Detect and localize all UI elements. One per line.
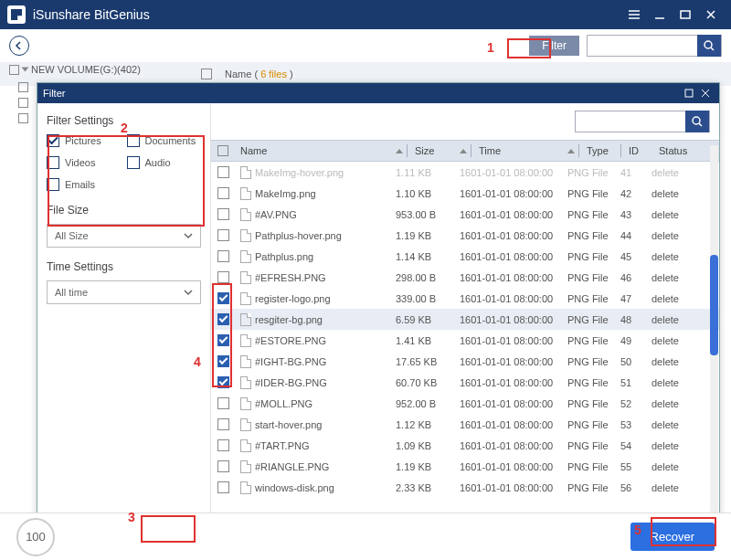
checkbox-icon[interactable] [127,134,140,147]
filesize-heading: File Size [47,204,201,217]
file-status: delete [646,272,692,283]
scrollbar-thumb[interactable] [710,255,718,355]
row-checkbox[interactable] [217,355,229,367]
table-row[interactable]: #EFRESH.PNG298.00 B1601-01-01 08:00:00PN… [211,267,719,288]
file-id: 51 [615,377,646,388]
modal-close-button[interactable] [697,89,714,98]
file-id: 56 [615,482,646,493]
row-checkbox[interactable] [217,250,229,262]
row-checkbox[interactable] [217,376,229,388]
row-checkbox[interactable] [217,481,229,493]
menu-icon[interactable] [621,5,647,25]
scrollbar[interactable] [710,145,718,514]
maximize-button[interactable] [673,5,698,25]
file-icon [240,292,251,305]
tree-checkbox[interactable] [18,82,28,92]
row-checkbox[interactable] [217,187,229,199]
row-checkbox[interactable] [217,439,229,451]
file-id: 50 [615,356,646,367]
tree-volume-row[interactable]: NEW VOLUME(G:)(402) [9,64,141,75]
expand-icon[interactable] [22,68,29,72]
recover-button[interactable]: Recover [630,523,715,551]
search-icon[interactable] [697,35,721,57]
checkbox-icon[interactable] [127,156,140,169]
row-checkbox[interactable] [217,229,229,241]
filter-type-documents[interactable]: Documents [127,134,202,147]
table-row[interactable]: resgiter-bg.png6.59 KB1601-01-01 08:00:0… [211,309,719,330]
filter-type-audio[interactable]: Audio [127,156,202,169]
time-select[interactable]: All time [47,280,201,304]
search-icon[interactable] [685,111,709,132]
close-button[interactable] [698,5,724,25]
file-status: delete [646,209,692,220]
table-row[interactable]: start-hover.png1.12 KB1601-01-01 08:00:0… [211,414,719,435]
table-row[interactable]: register-logo.png339.00 B1601-01-01 08:0… [211,288,719,309]
file-time: 1601-01-01 08:00:00 [454,440,562,451]
file-rows: MakeImg-hover.png1.11 KB1601-01-01 08:00… [211,162,719,547]
filter-settings-heading: Filter Settings [47,114,201,127]
back-button[interactable] [9,36,29,56]
file-icon [240,187,251,200]
filter-type-group: Pictures Documents Videos Audio Emails [47,134,201,191]
modal-search-input[interactable] [576,115,685,128]
table-row[interactable]: Pathplus.png1.14 KB1601-01-01 08:00:00PN… [211,246,719,267]
row-checkbox[interactable] [217,271,229,283]
row-checkbox[interactable] [217,166,229,178]
row-checkbox[interactable] [217,397,229,409]
table-row[interactable]: #AV.PNG953.00 B1601-01-01 08:00:00PNG Fi… [211,204,719,225]
table-row[interactable]: Pathplus-hover.png1.19 KB1601-01-01 08:0… [211,225,719,246]
filter-type-emails[interactable]: Emails [47,178,122,191]
tree-checkbox[interactable] [9,65,19,75]
row-checkbox[interactable] [217,208,229,220]
file-status: delete [646,293,692,304]
row-checkbox[interactable] [217,313,229,325]
col-name[interactable]: Name [235,145,390,156]
filter-type-pictures[interactable]: Pictures [47,134,122,147]
file-status: delete [646,461,692,472]
table-row[interactable]: MakeImg-hover.png1.11 KB1601-01-01 08:00… [211,162,719,183]
checkbox-icon[interactable] [47,178,59,191]
app-logo-icon [7,5,26,24]
tree-checkbox[interactable] [18,98,28,108]
table-row[interactable]: #IDER-BG.PNG60.70 KB1601-01-01 08:00:00P… [211,372,719,393]
row-checkbox[interactable] [217,460,229,472]
main-search-input[interactable] [588,39,697,52]
filesize-select[interactable]: All Size [47,224,201,248]
file-icon [240,208,251,221]
select-all-checkbox[interactable] [217,145,228,156]
file-name: #ESTORE.PNG [255,335,326,346]
checkbox-icon[interactable] [47,134,59,147]
row-checkbox[interactable] [217,334,229,346]
col-id[interactable]: ID [615,144,646,157]
tree-checkbox[interactable] [18,113,28,123]
file-status: delete [646,251,692,262]
col-status[interactable]: Status [646,144,692,157]
table-row[interactable]: #IGHT-BG.PNG17.65 KB1601-01-01 08:00:00P… [211,351,719,372]
table-row[interactable]: #RIANGLE.PNG1.19 KB1601-01-01 08:00:00PN… [211,456,719,477]
filter-type-videos[interactable]: Videos [47,156,122,169]
filter-button[interactable]: Filter [529,36,579,56]
file-type: PNG File [562,398,615,409]
row-checkbox[interactable] [217,292,229,304]
col-size[interactable]: Size [390,144,454,157]
col-name[interactable]: Name [225,69,251,79]
col-type[interactable]: Type [562,144,615,157]
checkbox-icon[interactable] [47,156,59,169]
col-time[interactable]: Time [454,144,562,157]
minimize-button[interactable] [647,5,673,25]
table-row[interactable]: #TART.PNG1.09 KB1601-01-01 08:00:00PNG F… [211,435,719,456]
modal-maximize-button[interactable] [681,89,697,98]
table-row[interactable]: windows-disk.png2.33 KB1601-01-01 08:00:… [211,477,719,498]
main-search [587,35,722,57]
table-row[interactable]: #ESTORE.PNG1.41 KB1601-01-01 08:00:00PNG… [211,330,719,351]
file-type: PNG File [562,335,615,346]
select-all-checkbox[interactable] [201,69,212,79]
file-list-panel: Name Size Time Type ID Status MakeImg-ho… [211,103,719,547]
filter-panel: Filter Settings Pictures Documents Video… [37,103,211,547]
table-row[interactable]: MakeImg.png1.10 KB1601-01-01 08:00:00PNG… [211,183,719,204]
table-row[interactable]: #MOLL.PNG952.00 B1601-01-01 08:00:00PNG … [211,393,719,414]
row-checkbox[interactable] [217,418,229,430]
file-name: MakeImg-hover.png [255,167,344,178]
svg-point-3 [693,117,700,124]
file-id: 46 [615,272,646,283]
